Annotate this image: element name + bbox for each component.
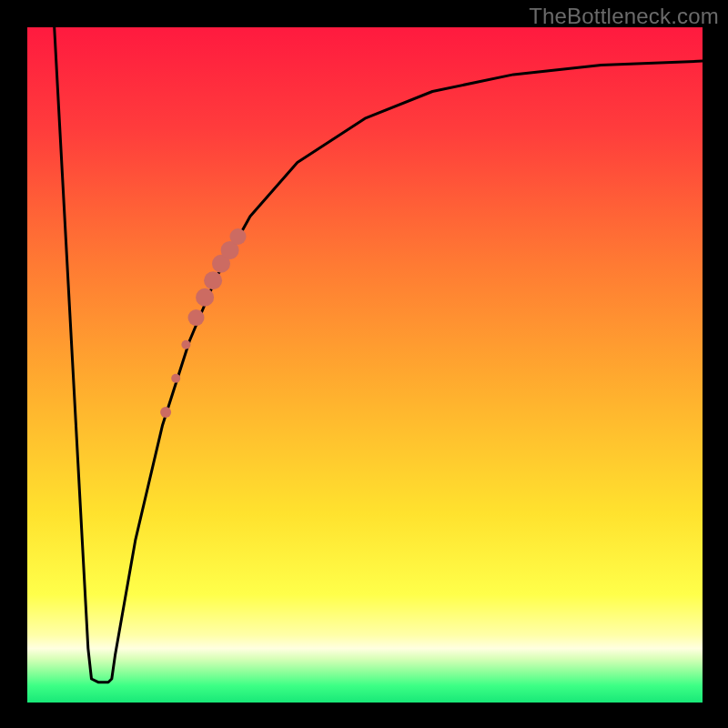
- curve-layer: [27, 27, 703, 703]
- watermark-text: TheBottleneck.com: [529, 4, 719, 29]
- bottleneck-curve: [55, 27, 703, 682]
- chart-frame: TheBottleneck.com: [0, 0, 728, 728]
- data-dot: [188, 309, 205, 326]
- data-dot: [204, 271, 222, 289]
- data-dot: [171, 374, 180, 383]
- data-dot: [230, 228, 247, 245]
- plot-area: [27, 27, 703, 703]
- data-dot: [196, 288, 214, 307]
- data-dot: [160, 407, 171, 418]
- data-dot: [181, 340, 190, 349]
